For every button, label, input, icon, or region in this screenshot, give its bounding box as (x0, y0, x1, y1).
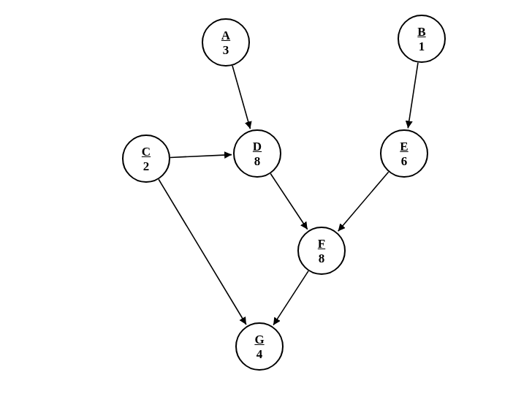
node-G: G 4 (235, 322, 284, 371)
node-D-label: D (253, 140, 262, 155)
node-E-label: E (400, 140, 408, 155)
edge-F-G (273, 271, 308, 325)
node-G-value: 4 (256, 348, 263, 360)
node-E: E 6 (380, 129, 428, 178)
node-E-value: 6 (401, 155, 408, 167)
edge-B-E (408, 63, 418, 129)
node-F: F 8 (297, 227, 346, 275)
edge-C-G (159, 179, 246, 325)
node-D: D 8 (233, 129, 281, 178)
node-A-value: 3 (223, 44, 229, 56)
node-C-value: 2 (143, 160, 150, 173)
node-B-value: 1 (419, 40, 425, 53)
edge-E-F (338, 172, 389, 231)
edge-A-D (232, 66, 250, 129)
node-A: A 3 (202, 18, 250, 67)
node-D-value: 8 (254, 155, 261, 167)
node-C-label: C (142, 145, 151, 160)
node-F-value: 8 (319, 252, 325, 265)
node-C: C 2 (122, 135, 170, 183)
node-F-label: F (318, 238, 325, 252)
node-A-label: A (221, 29, 230, 44)
edge-D-F (270, 174, 307, 230)
edge-C-D (170, 155, 232, 158)
node-B-label: B (417, 26, 425, 40)
node-G-label: G (254, 333, 264, 348)
node-B: B 1 (398, 15, 446, 63)
graph-canvas: A 3 B 1 C 2 D 8 E 6 F 8 G 4 (0, 0, 532, 394)
